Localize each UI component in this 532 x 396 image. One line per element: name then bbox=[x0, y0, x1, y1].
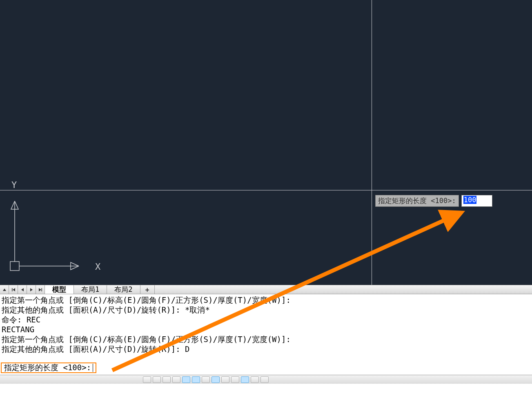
tab-add-label: + bbox=[145, 286, 149, 294]
status-btn-7[interactable] bbox=[202, 376, 210, 383]
cmd-line: 指定第一个角点或 [倒角(C)/标高(E)/圆角(F)/正方形(S)/厚度(T)… bbox=[2, 295, 530, 305]
cmd-line: RECTANG bbox=[2, 324, 530, 334]
cmd-line: 命令: REC bbox=[2, 315, 530, 324]
dynamic-input-value[interactable]: 100 bbox=[461, 195, 492, 207]
status-btn-5[interactable] bbox=[182, 376, 190, 383]
command-prompt-text: 指定矩形的长度 <100>: bbox=[4, 362, 91, 373]
layout-tabbar: 模型 布局1 布局2 + bbox=[0, 285, 532, 294]
svg-marker-7 bbox=[30, 288, 33, 291]
command-prompt-wrap: 指定矩形的长度 <100>: bbox=[0, 362, 532, 375]
svg-rect-0 bbox=[10, 262, 19, 271]
cmd-line: 指定其他的角点或 [面积(A)/尺寸(D)/旋转(R)]: *取消* bbox=[2, 305, 530, 315]
text-cursor bbox=[93, 364, 93, 372]
tab-last-button[interactable] bbox=[36, 285, 45, 294]
status-btn-13[interactable] bbox=[260, 376, 269, 383]
status-btn-8[interactable] bbox=[211, 376, 220, 383]
ucs-icon: X Y bbox=[9, 180, 103, 278]
command-history[interactable]: 指定第一个角点或 [倒角(C)/标高(E)/圆角(F)/正方形(S)/厚度(T)… bbox=[0, 294, 532, 362]
status-btn-9[interactable] bbox=[221, 376, 229, 383]
dynamic-input[interactable]: 指定矩形的长度 <100>: 100 bbox=[375, 195, 492, 207]
cmd-line: 指定其他的角点或 [面积(A)/尺寸(D)/旋转(R)]: D bbox=[2, 344, 530, 354]
tab-add-button[interactable]: + bbox=[140, 285, 155, 294]
drawing-viewport[interactable]: X Y 指定矩形的长度 <100>: 100 bbox=[0, 0, 532, 285]
command-prompt[interactable]: 指定矩形的长度 <100>: bbox=[1, 362, 96, 373]
svg-marker-5 bbox=[13, 288, 15, 291]
status-btn-2[interactable] bbox=[153, 376, 161, 383]
tab-model-label: 模型 bbox=[52, 285, 66, 294]
status-btn-3[interactable] bbox=[162, 376, 171, 383]
crosshair-vertical bbox=[372, 0, 372, 285]
ucs-x-label: X bbox=[95, 262, 101, 272]
status-bar bbox=[0, 375, 532, 384]
tab-first-button[interactable] bbox=[9, 285, 18, 294]
svg-marker-8 bbox=[39, 288, 41, 291]
dynamic-input-prompt: 指定矩形的长度 <100>: bbox=[375, 195, 459, 207]
tab-next-button[interactable] bbox=[27, 285, 36, 294]
tab-layout1-label: 布局1 bbox=[81, 285, 99, 294]
status-btn-1[interactable] bbox=[143, 376, 151, 383]
svg-marker-3 bbox=[3, 289, 6, 291]
status-btn-6[interactable] bbox=[192, 376, 200, 383]
ucs-y-label: Y bbox=[11, 180, 17, 190]
status-btn-11[interactable] bbox=[241, 376, 249, 383]
svg-rect-4 bbox=[12, 288, 13, 291]
tab-scroll-up-button[interactable] bbox=[0, 285, 9, 294]
tab-layout2-label: 布局2 bbox=[114, 285, 132, 294]
tab-model[interactable]: 模型 bbox=[45, 285, 74, 294]
status-btn-10[interactable] bbox=[231, 376, 239, 383]
tabbar-spacer bbox=[155, 285, 532, 294]
tab-prev-button[interactable] bbox=[18, 285, 27, 294]
svg-marker-6 bbox=[21, 288, 24, 291]
status-btn-12[interactable] bbox=[251, 376, 259, 383]
tab-layout1[interactable]: 布局1 bbox=[74, 285, 107, 294]
cmd-line: 指定第一个角点或 [倒角(C)/标高(E)/圆角(F)/正方形(S)/厚度(T)… bbox=[2, 334, 530, 344]
tab-layout2[interactable]: 布局2 bbox=[107, 285, 140, 294]
svg-rect-9 bbox=[41, 288, 42, 291]
status-btn-4[interactable] bbox=[172, 376, 180, 383]
